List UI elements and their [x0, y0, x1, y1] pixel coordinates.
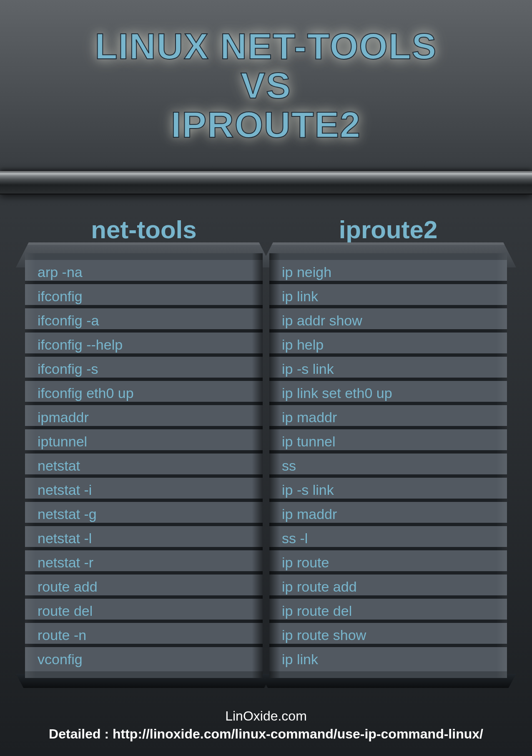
- title-line-1: LINUX NET-TOOLS: [17, 25, 515, 68]
- command-row: ifconfig --help: [25, 333, 263, 357]
- footer-detail-label: Detailed :: [49, 726, 113, 741]
- command-row: ip addr show: [269, 308, 507, 333]
- command-row: ifconfig -s: [25, 357, 263, 381]
- stack-right: ip neighip linkip addr showip helpip -s …: [269, 253, 507, 678]
- command-row: ip route add: [269, 575, 507, 599]
- stack-left: arp -naifconfigifconfig -aifconfig --hel…: [25, 253, 263, 678]
- command-row: ip -s link: [269, 478, 507, 502]
- footer-site: LinOxide.com: [0, 708, 532, 724]
- command-row: ip route show: [269, 623, 507, 647]
- command-row: ip route del: [269, 599, 507, 623]
- page-title: LINUX NET-TOOLS VS IPROUTE2: [0, 0, 532, 159]
- command-row: arp -na: [25, 260, 263, 284]
- command-row: ipmaddr: [25, 405, 263, 429]
- command-row: iptunnel: [25, 429, 263, 454]
- command-row: vconfig: [25, 647, 263, 671]
- command-row: netstat: [25, 454, 263, 478]
- command-row: ip route: [269, 550, 507, 575]
- command-row: ifconfig eth0 up: [25, 381, 263, 405]
- title-line-2: VS: [17, 64, 515, 107]
- rows-left: arp -naifconfigifconfig -aifconfig --hel…: [25, 253, 263, 678]
- command-row: ip maddr: [269, 405, 507, 429]
- rows-right: ip neighip linkip addr showip helpip -s …: [269, 253, 507, 678]
- command-row: netstat -i: [25, 478, 263, 502]
- command-row: route add: [25, 575, 263, 599]
- command-row: ip link set eth0 up: [269, 381, 507, 405]
- command-row: route -n: [25, 623, 263, 647]
- command-row: ip -s link: [269, 357, 507, 381]
- command-row: ip help: [269, 333, 507, 357]
- comparison-columns: net-tools arp -naifconfigifconfig -aifco…: [0, 215, 532, 678]
- command-row: netstat -g: [25, 502, 263, 526]
- command-row: ip tunnel: [269, 429, 507, 454]
- command-row: ifconfig -a: [25, 308, 263, 333]
- divider-bar: [0, 171, 532, 194]
- command-row: ss: [269, 454, 507, 478]
- command-row: ip maddr: [269, 502, 507, 526]
- column-net-tools: net-tools arp -naifconfigifconfig -aifco…: [25, 215, 263, 678]
- column-iproute2: iproute2 ip neighip linkip addr showip h…: [269, 215, 507, 678]
- column-heading-left: net-tools: [25, 215, 263, 244]
- command-row: ip link: [269, 284, 507, 308]
- command-row: ip neigh: [269, 260, 507, 284]
- footer: LinOxide.com Detailed : http://linoxide.…: [0, 708, 532, 742]
- command-row: ip link: [269, 647, 507, 671]
- command-row: netstat -r: [25, 550, 263, 575]
- title-line-3: IPROUTE2: [17, 103, 515, 146]
- command-row: ss -l: [269, 526, 507, 550]
- footer-detail-url: http://linoxide.com/linux-command/use-ip…: [113, 726, 483, 741]
- command-row: route del: [25, 599, 263, 623]
- command-row: ifconfig: [25, 284, 263, 308]
- column-heading-right: iproute2: [269, 215, 507, 244]
- command-row: netstat -l: [25, 526, 263, 550]
